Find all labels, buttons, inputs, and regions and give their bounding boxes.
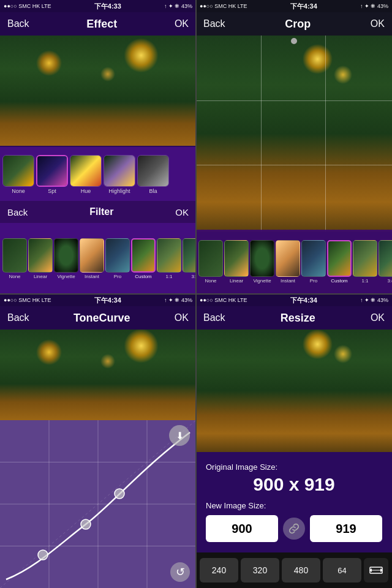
preset-320[interactable]: 320 xyxy=(241,558,279,582)
filter-pro[interactable]: Pro xyxy=(105,238,130,279)
preset-480[interactable]: 480 xyxy=(282,558,320,582)
status-icons-p1: ↑ ✦ ❋ 43% xyxy=(164,3,192,9)
carrier-p4: ●●○○ SMC HK LTE xyxy=(200,297,247,303)
crop-vignette[interactable]: Vignette xyxy=(250,240,274,284)
status-bar-p3: ●●○○ SMC HK LTE 下午4:34 ↑ ✦ ❋ 43% xyxy=(0,294,196,306)
status-icons-p2: ↑ ✦ ❋ 43% xyxy=(360,3,388,9)
crop-options-strip: None Linear Vignette Instant Pro Custom … xyxy=(196,230,392,294)
filter-item-highlight[interactable]: Highlight xyxy=(104,155,135,194)
svg-point-13 xyxy=(38,550,48,560)
nav-title-p1: Effect xyxy=(86,18,117,31)
tone-photo xyxy=(0,330,196,420)
filter-1-1[interactable]: 1:1 xyxy=(157,238,181,279)
ok-button-p4[interactable]: OK xyxy=(371,312,385,323)
new-image-label: New Image Size: xyxy=(206,501,382,510)
carrier-p2: ●●○○ SMC HK LTE xyxy=(200,3,247,9)
filter-row1: None Spt Hue Highlight Bla xyxy=(0,147,196,202)
tone-grid-svg xyxy=(0,420,196,588)
ok-button-p1[interactable]: OK xyxy=(175,18,189,29)
crop-1-1[interactable]: 1:1 xyxy=(353,240,377,284)
filter-item-hue[interactable]: Hue xyxy=(70,155,102,194)
nav-bar-p2: Back Crop OK xyxy=(196,12,392,36)
width-input[interactable]: 900 xyxy=(206,515,278,542)
filter-strip-p1: None Spt Hue Highlight Bla Back Filter xyxy=(0,147,196,294)
filter-none2[interactable]: None xyxy=(2,238,27,279)
svg-point-11 xyxy=(81,519,91,529)
filter-item-spt[interactable]: Spt xyxy=(36,155,68,194)
crop-pro[interactable]: Pro xyxy=(301,240,326,284)
time-p3: 下午4:34 xyxy=(94,296,121,305)
crop-3-4[interactable]: 3:4 xyxy=(379,240,392,284)
photo-p1 xyxy=(0,36,196,146)
carrier-p3: ●●○○ SMC HK LTE xyxy=(4,297,51,303)
status-icons-p4: ↑ ✦ ❋ 43% xyxy=(360,297,388,303)
height-input[interactable]: 919 xyxy=(310,515,382,542)
filter-row2: None Linear Vignette Instant Pro Custom xyxy=(0,223,196,294)
time-p1: 下午4:33 xyxy=(94,2,121,11)
status-icons-p3: ↑ ✦ ❋ 43% xyxy=(164,297,192,303)
crop-instant[interactable]: Instant xyxy=(276,240,300,284)
link-icon[interactable] xyxy=(283,518,305,540)
subnav-filter: Back Filter OK xyxy=(0,201,196,223)
resize-form: Original Image Size: 900 x 919 New Image… xyxy=(196,456,392,548)
svg-point-12 xyxy=(115,489,124,499)
subnav-back-p1[interactable]: Back xyxy=(7,207,28,217)
panel-tonecurve: ●●○○ SMC HK LTE 下午4:34 ↑ ✦ ❋ 43% Back To… xyxy=(0,294,196,588)
resize-photo xyxy=(196,330,392,452)
preset-64[interactable]: 64 xyxy=(323,558,361,582)
filter-item-none1[interactable]: None xyxy=(2,155,34,194)
nav-title-p3: ToneCurve xyxy=(74,312,130,325)
ok-button-p3[interactable]: OK xyxy=(175,312,189,323)
resize-icon-button[interactable] xyxy=(364,558,388,582)
crop-linear[interactable]: Linear xyxy=(224,240,249,284)
download-button[interactable]: ⬇ xyxy=(169,425,190,446)
filter-vignette[interactable]: Vignette xyxy=(54,238,78,279)
filter-linear[interactable]: Linear xyxy=(28,238,53,279)
back-button-p4[interactable]: Back xyxy=(203,312,225,323)
panel-effect: ●●○○ SMC HK LTE 下午4:33 ↑ ✦ ❋ 43% Back Ef… xyxy=(0,0,196,294)
ok-button-p2[interactable]: OK xyxy=(371,18,385,29)
resize-inputs-row: 900 919 xyxy=(206,515,382,542)
nav-bar-p1: Back Effect OK xyxy=(0,12,196,36)
carrier-p1: ●●○○ SMC HK LTE xyxy=(4,3,51,9)
nav-bar-p3: Back ToneCurve OK xyxy=(0,306,196,330)
tone-curve-container[interactable]: ⬇ ↺ xyxy=(0,420,196,588)
crop-custom[interactable]: Custom xyxy=(327,240,352,284)
subnav-ok-p1[interactable]: OK xyxy=(175,207,189,217)
nav-title-p2: Crop xyxy=(285,18,311,31)
subnav-title-p1: Filter xyxy=(89,206,113,217)
filter-custom[interactable]: Custom xyxy=(131,238,156,279)
orig-image-label: Original Image Size: xyxy=(206,462,382,472)
horizontal-divider xyxy=(0,293,392,295)
time-p4: 下午4:34 xyxy=(290,296,317,305)
preset-240[interactable]: 240 xyxy=(200,558,238,582)
crop-photo-area xyxy=(196,36,392,232)
crop-grid xyxy=(196,36,392,232)
back-button-p1[interactable]: Back xyxy=(7,18,29,29)
panel-crop: ●●○○ SMC HK LTE 下午4:34 ↑ ✦ ❋ 43% Back Cr… xyxy=(196,0,392,294)
back-button-p2[interactable]: Back xyxy=(203,18,225,29)
resize-presets: 240 320 480 64 xyxy=(196,552,392,588)
filter-3-4[interactable]: 3:4 xyxy=(183,238,196,279)
nav-bar-p4: Back Resize OK xyxy=(196,306,392,330)
crop-indicator xyxy=(291,38,297,44)
filter-instant[interactable]: Instant xyxy=(80,238,104,279)
orig-image-size: 900 x 919 xyxy=(206,474,382,495)
status-bar-p1: ●●○○ SMC HK LTE 下午4:33 ↑ ✦ ❋ 43% xyxy=(0,0,196,12)
crop-none[interactable]: None xyxy=(198,240,223,284)
panel-resize: ●●○○ SMC HK LTE 下午4:34 ↑ ✦ ❋ 43% Back Re… xyxy=(196,294,392,588)
filter-item-bla[interactable]: Bla xyxy=(137,155,169,194)
status-bar-p4: ●●○○ SMC HK LTE 下午4:34 ↑ ✦ ❋ 43% xyxy=(196,294,392,306)
time-p2: 下午4:34 xyxy=(290,2,317,11)
back-button-p3[interactable]: Back xyxy=(7,312,29,323)
nav-title-p4: Resize xyxy=(281,312,315,325)
reset-curve-button[interactable]: ↺ xyxy=(170,562,190,582)
status-bar-p2: ●●○○ SMC HK LTE 下午4:34 ↑ ✦ ❋ 43% xyxy=(196,0,392,12)
